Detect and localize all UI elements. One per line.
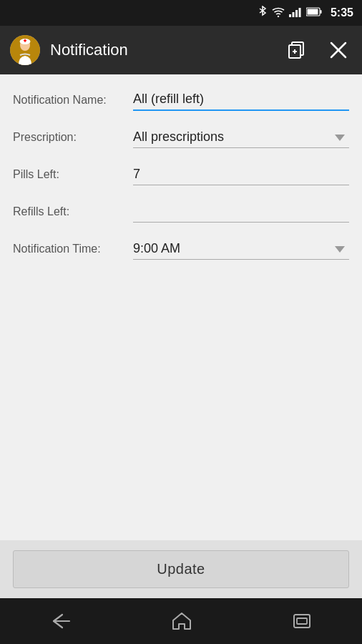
add-button[interactable] — [282, 35, 312, 65]
battery-icon — [306, 7, 322, 19]
avatar — [10, 35, 40, 65]
svg-point-0 — [278, 15, 279, 16]
bottom-bar: Update — [0, 540, 362, 598]
prescription-label: Prescription: — [13, 131, 133, 148]
prescription-input[interactable] — [133, 127, 349, 148]
pills-left-input[interactable] — [133, 164, 349, 185]
close-button[interactable] — [325, 36, 352, 64]
action-bar-title: Notification — [50, 41, 282, 59]
notification-name-input[interactable] — [133, 89, 349, 111]
action-bar: Notification — [0, 26, 362, 74]
status-time: 5:35 — [331, 6, 353, 19]
pills-left-field-wrap — [133, 164, 349, 185]
status-icons: 5:35 — [258, 6, 353, 20]
form-section: Notification Name: Prescription: Pills L… — [13, 89, 349, 530]
form-row-refills-left: Refills Left: — [13, 201, 349, 223]
svg-rect-1 — [289, 14, 291, 17]
refills-left-field-wrap — [133, 201, 349, 223]
notification-name-label: Notification Name: — [13, 94, 133, 111]
prescription-field-wrap[interactable] — [133, 127, 349, 148]
form-row-pills-left: Pills Left: — [13, 164, 349, 185]
back-button[interactable] — [31, 606, 91, 636]
notification-time-input[interactable] — [133, 238, 349, 260]
notification-name-field-wrap — [133, 89, 349, 111]
svg-rect-20 — [297, 618, 307, 624]
wifi-icon — [272, 7, 285, 19]
recents-button[interactable] — [273, 606, 331, 636]
refills-left-label: Refills Left: — [13, 205, 133, 223]
svg-rect-4 — [298, 8, 300, 17]
nav-bar — [0, 598, 362, 644]
bluetooth-icon — [258, 6, 268, 20]
pills-left-label: Pills Left: — [13, 168, 133, 185]
notification-time-label: Notification Time: — [13, 243, 133, 260]
action-bar-actions — [282, 35, 352, 65]
notification-time-field-wrap[interactable] — [133, 238, 349, 260]
update-button[interactable]: Update — [13, 550, 349, 588]
form-row-notification-time: Notification Time: — [13, 238, 349, 260]
svg-rect-2 — [292, 12, 294, 17]
home-button[interactable] — [152, 605, 212, 638]
status-bar: 5:35 — [0, 0, 362, 26]
main-content: Notification Name: Prescription: Pills L… — [0, 74, 362, 540]
svg-rect-12 — [24, 39, 26, 42]
refills-left-input[interactable] — [133, 201, 349, 223]
signal-icon — [289, 7, 302, 19]
form-row-notification-name: Notification Name: — [13, 89, 349, 111]
svg-rect-6 — [320, 10, 321, 14]
form-row-prescription: Prescription: — [13, 127, 349, 148]
svg-rect-3 — [295, 10, 298, 17]
svg-rect-7 — [307, 9, 318, 15]
